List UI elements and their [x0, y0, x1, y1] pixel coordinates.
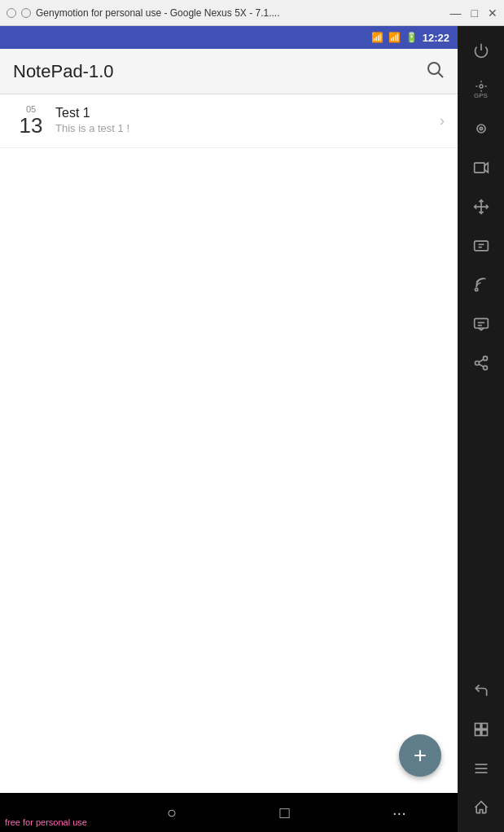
sidebar-menu-button[interactable]: [463, 751, 499, 786]
add-icon: +: [414, 744, 427, 767]
window-title: Genymotion for personal use - Google Nex…: [36, 7, 279, 19]
main-layout: 📶 📶 🔋 12:22 NotePad-1.0 05 13: [0, 26, 504, 832]
svg-rect-24: [475, 730, 480, 736]
svg-rect-10: [474, 241, 488, 251]
search-button[interactable]: [425, 59, 445, 84]
sidebar: GPS: [458, 26, 504, 832]
svg-point-17: [483, 357, 487, 361]
title-bar-left: Genymotion for personal use - Google Nex…: [7, 7, 279, 19]
svg-point-0: [428, 63, 440, 74]
svg-point-19: [483, 366, 487, 370]
note-day: 13: [20, 114, 43, 138]
sidebar-video-button[interactable]: [463, 150, 499, 186]
sidebar-back-button[interactable]: [463, 672, 499, 708]
svg-rect-6: [474, 163, 484, 173]
svg-line-1: [439, 72, 444, 77]
minimize-button[interactable]: —: [450, 7, 462, 19]
status-bar: 📶 📶 🔋 12:22: [0, 26, 458, 49]
note-title: Test 1: [55, 106, 440, 120]
window-icon-2: [21, 8, 31, 18]
svg-rect-22: [475, 724, 480, 729]
sidebar-gps-button[interactable]: GPS: [463, 72, 499, 107]
emulator: 📶 📶 🔋 12:22 NotePad-1.0 05 13: [0, 26, 458, 832]
battery-icon: 🔋: [405, 32, 418, 43]
title-bar: Genymotion for personal use - Google Nex…: [0, 0, 504, 26]
svg-point-13: [475, 288, 477, 291]
svg-point-5: [480, 127, 482, 129]
note-list-item[interactable]: 05 13 Test 1 This is a test 1 ! ›: [0, 94, 458, 148]
close-button[interactable]: ✕: [488, 7, 497, 19]
svg-point-18: [475, 361, 479, 366]
svg-point-4: [477, 125, 485, 133]
note-content: Test 1 This is a test 1 !: [55, 104, 440, 134]
sidebar-cast-button[interactable]: [463, 267, 499, 303]
sidebar-move-button[interactable]: [463, 189, 499, 225]
svg-rect-14: [474, 318, 488, 328]
content-area: 05 13 Test 1 This is a test 1 ! › +: [0, 94, 458, 793]
svg-rect-23: [481, 724, 487, 729]
title-controls: — □ ✕: [450, 7, 497, 19]
sidebar-power-button[interactable]: [463, 33, 499, 68]
add-note-fab[interactable]: +: [399, 734, 441, 777]
sidebar-sms-button[interactable]: [463, 306, 499, 342]
svg-line-21: [479, 359, 484, 361]
note-date: 05 13: [13, 104, 49, 138]
app-title: NotePad-1.0: [13, 61, 114, 82]
status-time: 12:22: [423, 32, 449, 44]
svg-point-3: [480, 85, 483, 88]
svg-rect-25: [481, 730, 487, 736]
more-nav-button[interactable]: ···: [392, 804, 406, 822]
sidebar-share-button[interactable]: [463, 345, 499, 381]
gps-label: GPS: [474, 93, 488, 99]
window-icon-1: [7, 8, 16, 18]
maximize-button[interactable]: □: [471, 7, 478, 19]
sidebar-overview-button[interactable]: [463, 712, 499, 747]
sidebar-id-button[interactable]: [463, 228, 499, 264]
sidebar-home-button[interactable]: [463, 790, 499, 825]
wifi-icon: 📶: [371, 32, 383, 43]
home-nav-button[interactable]: ○: [167, 804, 177, 822]
svg-line-20: [479, 364, 484, 366]
chevron-right-icon: ›: [440, 112, 445, 129]
note-preview: This is a test 1 !: [55, 122, 440, 134]
sidebar-camera-button[interactable]: [463, 111, 499, 147]
signal-icon: 📶: [388, 32, 401, 43]
recents-nav-button[interactable]: □: [279, 804, 289, 822]
free-label: free for personal use: [0, 799, 160, 832]
app-bar: NotePad-1.0: [0, 49, 458, 94]
